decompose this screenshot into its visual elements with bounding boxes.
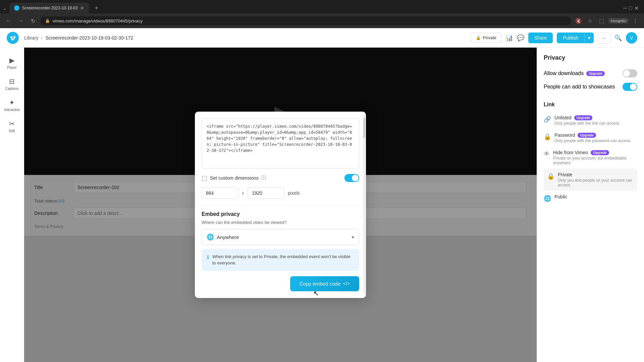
private-button[interactable]: 🔒 Private [471,33,501,43]
toggle-thumb [352,175,359,181]
allow-downloads-label: Allow downloads [544,70,584,76]
back-button[interactable]: ← [4,16,13,25]
dimensions-icon: ⬚ [202,174,207,182]
password-upgrade[interactable]: Upgrade [578,133,596,138]
allow-downloads-row: Allow downloads Upgrade [544,67,637,80]
extension-icon[interactable]: ⬚ [597,16,606,25]
allow-downloads-thumb [623,70,630,77]
public-label: Public [554,194,567,199]
embed-code-text: <iframe src="https://player.vimeo.com/vi… [207,124,352,153]
tab-list-button[interactable]: ⌄ [3,5,7,11]
breadcrumb-separator: › [41,35,43,41]
nav-bar: ← → ↻ 🔒 vimeo.com/manage/videos/89807044… [0,13,644,28]
allow-downloads-toggle[interactable] [623,69,637,77]
bookmark-icon[interactable]: ☆ [585,16,595,25]
breadcrumb-library[interactable]: Library [24,35,39,41]
app-header: Library › Screenrecorder-2023-10-18-03-0… [0,28,644,48]
player-icon: ▶ [9,56,14,64]
forward-button[interactable]: → [16,16,25,25]
allow-downloads-upgrade[interactable]: Upgrade [586,71,605,76]
share-button[interactable]: Share [528,33,553,43]
anywhere-select[interactable]: 🌐 Anywhere ▾ [202,229,359,245]
close-window-button[interactable]: ✕ [634,5,639,11]
user-avatar[interactable]: V [626,32,637,44]
tab-close-button[interactable]: ✕ [80,5,84,11]
private-option[interactable]: 🔒 Private Only you and people on your ac… [544,169,637,191]
public-title: Public [554,194,637,199]
browser-tab-active[interactable]: Screenrecorder-2023-10-18-03 ✕ [9,3,89,13]
code-icon: </> [343,281,350,286]
analytics-icon[interactable]: 📊 [505,34,513,42]
people-showcases-label: People can add to showcases [544,84,615,90]
publish-dropdown-button[interactable]: ▾ [584,33,594,43]
breadcrumb-current: Screenrecorder-2023-10-18-03-02-30-172 [45,35,133,41]
height-input[interactable]: 1920 [248,187,284,199]
link-section: Link 🔗 Unlisted Upgrade Only people with… [544,102,637,205]
security-lock-icon: 🔒 [45,18,50,23]
modal-scrollbar-thumb [363,118,365,138]
url-text: vimeo.com/manage/videos/898070445/privac… [53,18,143,23]
hide-upgrade[interactable]: Upgrade [591,150,609,155]
password-option[interactable]: 🔒 Password Upgrade Only people with the … [544,129,637,146]
pixels-label: pixels [288,190,300,196]
password-content: Password Upgrade Only people with the pa… [554,132,637,143]
people-showcases-row: People can add to showcases [544,80,637,94]
public-option[interactable]: 🌐 Public [544,191,637,205]
custom-dimensions-toggle[interactable] [344,174,359,182]
modal-overlay: <iframe src="https://player.vimeo.com/vi… [24,48,537,362]
private-lock-icon: 🔒 [547,173,554,180]
incognito-badge: Incognito [608,18,629,23]
private-label: Private [558,172,573,177]
allow-downloads-label-group: Allow downloads Upgrade [544,70,605,76]
tab-title: Screenrecorder-2023-10-18-03 [22,6,77,10]
refresh-button[interactable]: ↻ [28,16,38,25]
copy-btn-container: Copy embed code </> ↖ [202,276,359,291]
minimize-button[interactable]: ─ [623,5,627,11]
hide-icon: 👁 [544,150,550,158]
lock-icon: 🔒 [476,35,481,40]
embed-code-box[interactable]: <iframe src="https://player.vimeo.com/vi… [202,118,359,169]
width-input[interactable]: 864 [202,187,238,199]
info-circle-icon: ℹ [207,254,209,260]
private-label: Private [483,35,496,40]
comments-icon[interactable]: 💬 [517,34,524,42]
private-content: Private Only you and people on your acco… [558,172,634,187]
sidebar-item-captions[interactable]: ⊟ Captions [2,74,22,94]
unlisted-label: Unlisted [554,115,572,120]
sidebar-item-player[interactable]: ▶ Player [2,53,22,73]
hide-content: Hide from Vimeo Upgrade Private on your … [553,150,637,165]
custom-dim-label: ⬚ Set custom dimensions ⓘ [202,174,266,182]
link-icon: 🔗 [544,116,551,123]
vimeo-logo[interactable] [7,32,19,44]
interactive-label: Interactive [4,108,19,112]
maximize-button[interactable]: □ [629,5,632,11]
hide-from-vimeo-option[interactable]: 👁 Hide from Vimeo Upgrade Private on you… [544,146,637,169]
dimensions-inputs: 864 x 1920 pixels [202,187,359,199]
divider [202,205,359,206]
modal-scrollbar[interactable] [363,115,365,294]
unlisted-title: Unlisted Upgrade [554,115,637,120]
anywhere-left: 🌐 Anywhere [207,233,239,241]
more-options-button[interactable]: ··· [598,32,610,44]
publish-button[interactable]: Publish [557,33,584,43]
sidebar-item-edit[interactable]: ✂ Edit [2,116,22,136]
unlisted-upgrade[interactable]: Upgrade [574,115,593,120]
menu-icon[interactable]: ⋮ [631,16,640,25]
people-showcases-toggle[interactable] [623,83,637,91]
modal-body: <iframe src="https://player.vimeo.com/vi… [195,112,366,298]
people-showcases-thumb [630,83,637,90]
new-tab-button[interactable]: + [92,3,101,13]
address-bar[interactable]: 🔒 vimeo.com/manage/videos/898070445/priv… [40,16,571,25]
sidebar-item-interactive[interactable]: ✦ Interactive [2,95,22,115]
search-button[interactable]: 🔍 [614,34,622,42]
copy-embed-button[interactable]: Copy embed code </> [290,276,359,291]
edit-label: Edit [9,129,15,133]
unlisted-option[interactable]: 🔗 Unlisted Upgrade Only people with the … [544,112,637,129]
custom-dim-text: Set custom dimensions [210,175,259,181]
left-sidebar: ▶ Player ⊟ Captions ✦ Interactive ✂ Edit [0,48,24,362]
interactive-icon: ✦ [9,99,15,107]
info-icon[interactable]: ⓘ [261,175,266,181]
info-box: ℹ When link privacy is set to Private, t… [202,249,359,270]
privacy-section-title: Privacy [544,54,637,61]
hide-label: Hide from Vimeo [553,150,588,155]
